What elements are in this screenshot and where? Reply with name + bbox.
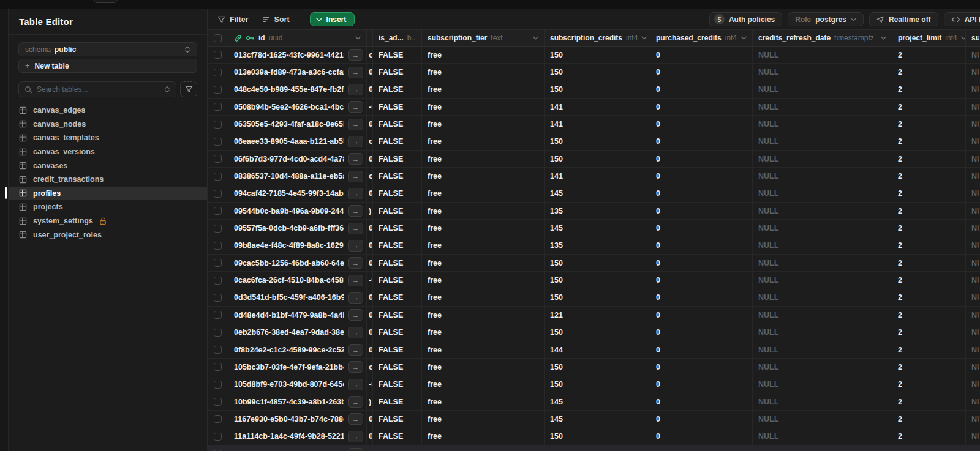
- table-row[interactable]: 09557f5a-0dcb-4cb9-a6fb-fff366... → 0( F…: [208, 220, 980, 237]
- purchased-credits-cell[interactable]: 0: [650, 376, 753, 393]
- row-checkbox[interactable]: [214, 190, 222, 198]
- subscription-tier-cell[interactable]: free: [422, 359, 545, 375]
- table-row[interactable]: 08386537-10d4-488a-a11e-eb5a6... → o FAL…: [208, 168, 980, 185]
- subscription-tier-cell[interactable]: free: [422, 393, 545, 410]
- credits-refresh-date-cell[interactable]: NULL: [753, 151, 892, 167]
- credits-refresh-date-cell[interactable]: NULL: [753, 133, 892, 150]
- clipped-column-cell[interactable]: NULL: [966, 47, 979, 63]
- table-row[interactable]: 0d3d541d-bf5c-459f-a406-16b93... → 0c FA…: [208, 289, 980, 307]
- sort-button[interactable]: Sort: [260, 15, 292, 24]
- expand-row-button[interactable]: →: [348, 361, 363, 373]
- column-header-subscription-tier[interactable]: subscription_tier text: [422, 30, 545, 46]
- row-checkbox[interactable]: [214, 138, 222, 146]
- table-row[interactable]: 094caf42-7185-4e45-99f3-14abee... → 0c F…: [208, 185, 980, 203]
- purchased-credits-cell[interactable]: 0: [650, 81, 753, 98]
- is-admin-cell[interactable]: FALSE: [373, 203, 422, 219]
- table-row[interactable]: 063505e5-4293-4faf-a18c-0e65b... → 0c FA…: [208, 116, 980, 133]
- is-admin-cell[interactable]: FALSE: [373, 255, 422, 271]
- clipped-column-cell[interactable]: NULL: [966, 255, 979, 271]
- expand-row-button[interactable]: →: [348, 205, 363, 217]
- subscription-tier-cell[interactable]: free: [422, 341, 545, 358]
- subscription-credits-cell[interactable]: 150: [545, 289, 650, 306]
- column-header-project-limit[interactable]: project_limit int4: [892, 30, 966, 46]
- subscription-tier-cell[interactable]: free: [422, 237, 545, 254]
- is-admin-cell[interactable]: FALSE: [373, 81, 422, 98]
- subscription-credits-cell[interactable]: 141: [545, 99, 650, 115]
- project-limit-cell[interactable]: [892, 445, 966, 451]
- credits-refresh-date-cell[interactable]: NULL: [753, 220, 892, 236]
- is-admin-cell[interactable]: FALSE: [373, 47, 422, 63]
- subscription-credits-cell[interactable]: 150: [545, 255, 650, 271]
- purchased-credits-cell[interactable]: 0: [650, 289, 753, 306]
- row-checkbox[interactable]: [214, 69, 222, 76]
- hidden-column-cell[interactable]: 0c: [367, 81, 373, 98]
- clipped-column-cell[interactable]: NULL: [966, 133, 979, 150]
- sidebar-table-item[interactable]: canvases: [9, 158, 207, 173]
- expand-row-button[interactable]: →: [348, 240, 363, 252]
- clipped-column-cell[interactable]: NULL: [966, 237, 979, 254]
- expand-row-button[interactable]: →: [348, 431, 363, 442]
- project-limit-cell[interactable]: 2: [892, 393, 966, 410]
- sidebar-table-item[interactable]: credit_transactions: [9, 173, 207, 187]
- table-row[interactable]: 0cac6fca-26cf-4510-84ba-c4580... → -0 FA…: [208, 272, 980, 289]
- table-row[interactable]: 013e039a-fd89-473a-a3c6-ccfa9... → 0c FA…: [208, 64, 980, 81]
- clipped-column-cell[interactable]: [966, 445, 979, 451]
- subscription-credits-cell[interactable]: 135: [545, 203, 650, 219]
- clipped-column-cell[interactable]: NULL: [966, 116, 979, 132]
- sidebar-table-item[interactable]: user_project_roles: [9, 228, 207, 242]
- project-limit-cell[interactable]: 2: [892, 81, 966, 98]
- subscription-tier-cell[interactable]: free: [422, 116, 545, 132]
- purchased-credits-cell[interactable]: 0: [650, 168, 753, 184]
- purchased-credits-cell[interactable]: 0: [650, 428, 753, 445]
- column-header-is-admin[interactable]: is_ad... b...: [373, 30, 422, 46]
- expand-row-button[interactable]: →: [348, 171, 363, 182]
- filter-button[interactable]: Filter: [215, 15, 251, 24]
- project-limit-cell[interactable]: 2: [892, 203, 966, 219]
- is-admin-cell[interactable]: FALSE: [373, 307, 422, 323]
- row-checkbox[interactable]: [214, 398, 222, 406]
- expand-row-button[interactable]: →: [348, 448, 363, 451]
- table-row[interactable]: 105d8bf9-e703-49bd-807d-645e... → -0 FAL…: [208, 376, 980, 393]
- id-cell[interactable]: 09b8ae4e-f48c-4f89-8a8c-1629b... →: [228, 237, 367, 254]
- purchased-credits-cell[interactable]: 0: [650, 185, 753, 202]
- purchased-credits-cell[interactable]: [650, 445, 753, 451]
- expand-row-button[interactable]: →: [348, 119, 363, 130]
- project-limit-cell[interactable]: 2: [892, 237, 966, 254]
- column-header-subscription-credits[interactable]: subscription_credits int4: [545, 30, 650, 46]
- clipped-column-cell[interactable]: NULL: [966, 168, 979, 184]
- insert-button[interactable]: Insert: [310, 12, 355, 26]
- id-cell[interactable]: 0eb2b676-38ed-4ea7-9dad-38e6... →: [228, 324, 367, 341]
- clipped-column-cell[interactable]: NULL: [966, 81, 979, 98]
- row-checkbox[interactable]: [214, 207, 222, 215]
- id-cell[interactable]: 0d3d541d-bf5c-459f-a406-16b93... →: [228, 289, 367, 306]
- purchased-credits-cell[interactable]: 0: [650, 220, 753, 236]
- purchased-credits-cell[interactable]: 0: [650, 359, 753, 375]
- purchased-credits-cell[interactable]: 0: [650, 133, 753, 150]
- expand-row-button[interactable]: →: [348, 292, 363, 304]
- purchased-credits-cell[interactable]: 0: [650, 272, 753, 288]
- sidebar-table-item[interactable]: canvas_nodes: [9, 117, 207, 132]
- subscription-credits-cell[interactable]: 150: [545, 428, 650, 445]
- expand-row-button[interactable]: →: [348, 223, 363, 234]
- subscription-credits-cell[interactable]: 150: [545, 272, 650, 288]
- clipped-column-cell[interactable]: NULL: [966, 359, 979, 375]
- subscription-credits-cell[interactable]: 150: [545, 64, 650, 80]
- row-checkbox[interactable]: [214, 121, 222, 129]
- project-limit-cell[interactable]: 2: [892, 341, 966, 358]
- is-admin-cell[interactable]: FALSE: [373, 289, 422, 306]
- id-cell[interactable]: 013cf78d-1625-43fc-9961-442189... →: [228, 47, 367, 63]
- credits-refresh-date-cell[interactable]: NULL: [753, 237, 892, 254]
- is-admin-cell[interactable]: FALSE: [373, 99, 422, 115]
- expand-row-button[interactable]: →: [348, 136, 363, 147]
- credits-refresh-date-cell[interactable]: NULL: [753, 359, 892, 375]
- subscription-tier-cell[interactable]: free: [422, 81, 545, 98]
- hidden-column-cell[interactable]: -0: [367, 99, 373, 115]
- expand-row-button[interactable]: →: [348, 84, 363, 95]
- credits-refresh-date-cell[interactable]: NULL: [753, 272, 892, 288]
- hidden-column-cell[interactable]: 0c: [367, 289, 373, 306]
- is-admin-cell[interactable]: FALSE: [373, 359, 422, 375]
- is-admin-cell[interactable]: FALSE: [373, 324, 422, 341]
- id-cell[interactable]: 06eaee33-8905-4aaa-b121-ab552... →: [228, 133, 367, 150]
- project-limit-cell[interactable]: 2: [892, 289, 966, 306]
- purchased-credits-cell[interactable]: 0: [650, 237, 753, 254]
